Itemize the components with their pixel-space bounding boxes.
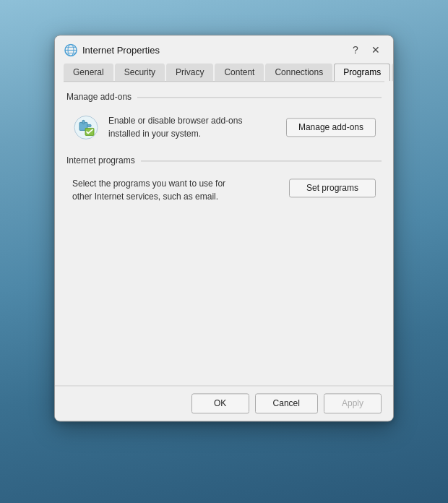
title-bar-left: Internet Properties bbox=[64, 43, 160, 57]
svg-rect-8 bbox=[87, 124, 91, 126]
internet-programs-section: Internet programs Select the programs yo… bbox=[66, 155, 382, 206]
cancel-button[interactable]: Cancel bbox=[255, 393, 318, 413]
dialog-title: Internet Properties bbox=[82, 45, 160, 56]
dialog-footer: OK Cancel Apply bbox=[55, 385, 393, 421]
tab-security[interactable]: Security bbox=[115, 63, 165, 81]
desktop-background: Internet Properties ? ✕ General Security… bbox=[0, 0, 448, 503]
tab-connections[interactable]: Connections bbox=[265, 63, 332, 81]
internet-programs-content: Select the programs you want to use for … bbox=[66, 174, 382, 206]
set-programs-button[interactable]: Set programs bbox=[289, 179, 376, 197]
dialog-content: Manage add-ons bbox=[55, 82, 393, 385]
manage-addons-header: Manage add-ons bbox=[66, 92, 382, 102]
globe-icon bbox=[64, 43, 78, 57]
internet-programs-title: Internet programs bbox=[66, 155, 135, 165]
manage-addons-title: Manage add-ons bbox=[66, 92, 132, 102]
apply-button[interactable]: Apply bbox=[324, 393, 382, 413]
help-button[interactable]: ? bbox=[347, 41, 364, 59]
title-bar-controls: ? ✕ bbox=[347, 41, 384, 59]
tab-content[interactable]: Content bbox=[215, 63, 264, 81]
tabs-bar: General Security Privacy Content Connect… bbox=[55, 59, 393, 81]
tab-programs[interactable]: Programs bbox=[334, 63, 390, 81]
addon-icon bbox=[72, 113, 100, 141]
set-programs-btn-area: Set programs bbox=[289, 177, 376, 197]
manage-addons-content: Enable or disable browser add-ons instal… bbox=[66, 111, 382, 144]
close-button[interactable]: ✕ bbox=[367, 41, 384, 59]
manage-addons-line bbox=[137, 97, 382, 98]
ok-button[interactable]: OK bbox=[191, 393, 249, 413]
tab-advanced[interactable]: Advanced bbox=[392, 63, 394, 81]
internet-properties-dialog: Internet Properties ? ✕ General Security… bbox=[54, 35, 394, 421]
internet-programs-header: Internet programs bbox=[66, 155, 382, 165]
title-bar: Internet Properties ? ✕ bbox=[55, 35, 393, 59]
manage-addons-button[interactable]: Manage add-ons bbox=[286, 118, 376, 137]
manage-addons-section: Manage add-ons bbox=[66, 92, 382, 144]
svg-rect-7 bbox=[82, 120, 85, 124]
internet-programs-line bbox=[141, 160, 382, 161]
tab-privacy[interactable]: Privacy bbox=[166, 63, 213, 81]
tab-general[interactable]: General bbox=[64, 63, 113, 81]
manage-addons-description: Enable or disable browser add-ons instal… bbox=[108, 114, 277, 140]
internet-programs-description: Select the programs you want to use for … bbox=[72, 177, 280, 203]
